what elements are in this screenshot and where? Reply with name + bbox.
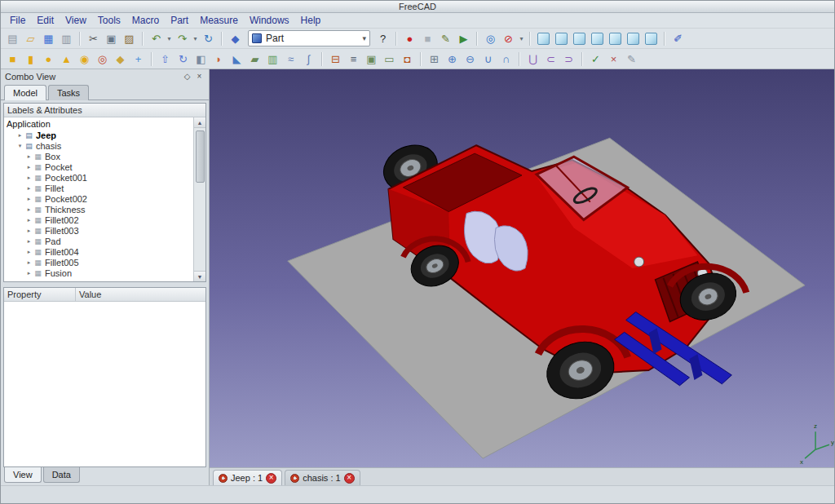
tree-item-fusion[interactable]: ▸▦Fusion <box>6 267 192 278</box>
document-tab-chasis[interactable]: chasis : 1× <box>285 470 360 485</box>
expand-arrow-icon[interactable]: ▸ <box>25 164 33 170</box>
expand-arrow-icon[interactable]: ▸ <box>25 259 33 266</box>
expand-arrow-icon[interactable]: ▸ <box>25 238 33 245</box>
menu-edit[interactable]: Edit <box>31 14 60 27</box>
menu-part[interactable]: Part <box>165 14 194 27</box>
draw-style-icon[interactable]: ⊘ <box>500 30 517 47</box>
menu-tools[interactable]: Tools <box>92 14 126 27</box>
menu-macro[interactable]: Macro <box>126 14 165 27</box>
redo-icon[interactable]: ↷ <box>174 30 191 47</box>
refresh-icon[interactable]: ↻ <box>200 30 217 47</box>
view-isometric-icon[interactable] <box>537 33 550 45</box>
part-check-geometry-icon[interactable]: ✓ <box>587 51 604 68</box>
tree-item-fillet004[interactable]: ▸▦Fillet004 <box>6 246 192 257</box>
expand-arrow-icon[interactable]: ▸ <box>25 270 33 276</box>
part-cross-sections-icon[interactable]: ≡ <box>345 51 362 68</box>
part-offset-3d-icon[interactable]: ▣ <box>363 51 380 68</box>
tree-item-box[interactable]: ▸▦Box <box>6 151 192 161</box>
fit-all-icon[interactable]: ◎ <box>482 30 499 47</box>
tab-tasks[interactable]: Tasks <box>48 85 89 100</box>
menu-file[interactable]: File <box>4 14 31 27</box>
open-document-icon[interactable]: ▱ <box>22 30 39 47</box>
part-ruled-surface-icon[interactable]: ▥ <box>264 51 281 68</box>
part-shape-builder-icon[interactable]: + <box>130 51 147 68</box>
part-cut-icon[interactable]: ⊖ <box>462 51 479 68</box>
execute-macro-icon[interactable]: ▶ <box>455 30 472 47</box>
new-document-icon[interactable]: ▤ <box>4 30 21 47</box>
document-tab-jeep[interactable]: Jeep : 1× <box>213 470 282 485</box>
viewport-3d[interactable]: z y x <box>210 69 834 467</box>
stop-macro-icon[interactable]: ■ <box>419 30 436 47</box>
menu-windows[interactable]: Windows <box>244 14 295 27</box>
close-tab-icon[interactable]: × <box>266 473 276 484</box>
tree-item-pocket001[interactable]: ▸▦Pocket001 <box>6 172 192 183</box>
menu-measure[interactable]: Measure <box>194 14 244 27</box>
menu-help[interactable]: Help <box>295 14 327 27</box>
scroll-thumb[interactable] <box>196 130 205 183</box>
tree-item-jeep[interactable]: ▸▤Jeep <box>6 130 192 140</box>
tab-view[interactable]: View <box>4 467 42 483</box>
view-left-icon[interactable] <box>645 33 657 45</box>
view-top-icon[interactable] <box>573 33 585 45</box>
part-revolve-icon[interactable]: ↻ <box>175 51 192 68</box>
view-rear-icon[interactable] <box>609 33 621 45</box>
expand-arrow-icon[interactable]: ▸ <box>25 175 33 181</box>
collapse-arrow-icon[interactable]: ▾ <box>16 143 24 149</box>
tab-model[interactable]: Model <box>4 85 46 100</box>
part-create-primitives-icon[interactable]: ◆ <box>112 51 129 68</box>
tree-item-fillet005[interactable]: ▸▦Fillet005 <box>6 257 192 267</box>
part-union-icon[interactable]: ∪ <box>479 51 497 68</box>
edit-macro-icon[interactable]: ✎ <box>437 30 454 47</box>
3d-scene[interactable]: z y x <box>210 69 834 467</box>
float-panel-icon[interactable]: ◇ <box>182 71 192 82</box>
tree-item-thickness[interactable]: ▸▦Thickness <box>6 204 192 214</box>
part-offset-2d-icon[interactable]: ▭ <box>381 51 398 68</box>
record-macro-icon[interactable]: ● <box>401 30 418 47</box>
expand-arrow-icon[interactable]: ▸ <box>25 206 33 213</box>
tree-item-chasis[interactable]: ▾▤chasis <box>6 140 192 151</box>
part-sphere-icon[interactable]: ● <box>40 51 57 68</box>
tree-item-pocket002[interactable]: ▸▦Pocket002 <box>6 193 192 204</box>
expand-arrow-icon[interactable]: ▸ <box>16 132 24 139</box>
undo-dropdown-icon[interactable]: ▾ <box>166 30 173 47</box>
part-loft-icon[interactable]: ≈ <box>282 51 299 68</box>
tree-item-fillet003[interactable]: ▸▦Fillet003 <box>6 225 192 236</box>
part-mirror-icon[interactable]: ◧ <box>192 51 210 68</box>
copy-icon[interactable]: ▣ <box>103 30 120 47</box>
view-bottom-icon[interactable] <box>627 33 639 45</box>
menu-view[interactable]: View <box>60 14 92 27</box>
view-right-icon[interactable] <box>591 33 603 45</box>
expand-arrow-icon[interactable]: ▸ <box>25 228 33 234</box>
measure-distance-icon[interactable]: ✐ <box>669 30 687 47</box>
part-thickness-icon[interactable]: ◘ <box>399 51 416 68</box>
part-cutout-icon[interactable]: ⊃ <box>560 51 577 68</box>
paste-icon[interactable]: ▨ <box>121 30 138 47</box>
scroll-up-icon[interactable]: ▲ <box>194 117 205 128</box>
part-torus-icon[interactable]: ◉ <box>76 51 93 68</box>
whats-this-icon[interactable]: ? <box>374 30 391 47</box>
tree-item-fillet[interactable]: ▸▦Fillet <box>6 183 192 193</box>
tree-item-fillet002[interactable]: ▸▦Fillet002 <box>6 214 192 225</box>
redo-dropdown-icon[interactable]: ▾ <box>192 30 199 47</box>
part-extrude-icon[interactable]: ⇧ <box>157 51 174 68</box>
part-cylinder-icon[interactable]: ▮ <box>22 51 39 68</box>
part-fillet-icon[interactable]: ◗ <box>210 51 228 68</box>
part-connect-icon[interactable]: ⋃ <box>524 51 541 68</box>
tree-item-pad[interactable]: ▸▦Pad <box>6 236 192 246</box>
tree-scrollbar[interactable]: ▲ ▼ <box>193 117 205 281</box>
expand-arrow-icon[interactable]: ▸ <box>25 185 33 192</box>
tab-data[interactable]: Data <box>43 467 80 483</box>
part-measure-icon[interactable]: ✎ <box>623 51 640 68</box>
part-box-icon[interactable]: ■ <box>4 51 21 68</box>
part-compound-icon[interactable]: ⊞ <box>426 51 443 68</box>
expand-arrow-icon[interactable]: ▸ <box>25 196 33 202</box>
workbench-switcher-icon[interactable]: ◆ <box>227 30 244 47</box>
print-icon[interactable]: ▥ <box>58 30 75 47</box>
scroll-down-icon[interactable]: ▼ <box>194 271 205 281</box>
undo-icon[interactable]: ↶ <box>148 30 165 47</box>
workbench-selector[interactable]: Part▾ <box>248 30 370 46</box>
part-defeaturing-icon[interactable]: × <box>605 51 622 68</box>
view-front-icon[interactable] <box>555 33 568 45</box>
part-section-icon[interactable]: ⊟ <box>327 51 344 68</box>
part-tube-icon[interactable]: ◎ <box>94 51 111 68</box>
